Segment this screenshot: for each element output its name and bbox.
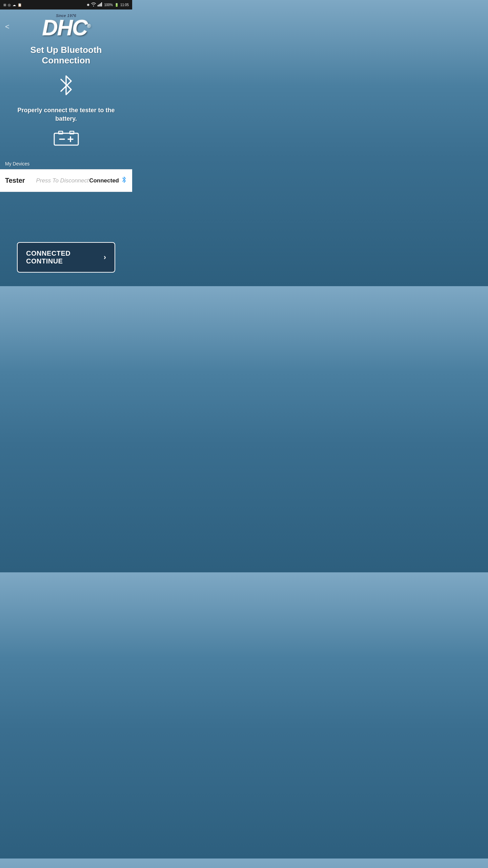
battery-tester-icon — [54, 130, 79, 150]
svg-rect-2 — [100, 3, 101, 6]
battery-icon: 🔋 — [115, 3, 119, 7]
svg-rect-4 — [54, 133, 78, 145]
continue-btn-container: CONNECTED CONTINUE › — [0, 235, 132, 286]
connected-continue-button[interactable]: CONNECTED CONTINUE › — [17, 242, 115, 273]
status-bar: ⊞ ◎ ☁ 📋 ✱ 100% 🔋 11:05 — [0, 0, 132, 9]
continue-btn-text: CONNECTED CONTINUE — [26, 250, 100, 265]
logo-dhc: DHC® — [42, 17, 90, 39]
time-display: 11:05 — [120, 3, 129, 7]
bluetooth-icon-large — [56, 73, 76, 99]
logo-container: Since 1976 DHC® — [42, 14, 90, 39]
cloud-icon: ☁ — [13, 3, 16, 7]
status-right-icons: ✱ 100% 🔋 11:05 — [87, 2, 129, 7]
battery-percent: 100% — [104, 3, 113, 7]
device-action: Press To Disconnect — [36, 177, 89, 184]
screen-icon: ⊞ — [3, 3, 6, 7]
target-icon: ◎ — [8, 3, 11, 7]
instruction-text: Properly connect the tester to the batte… — [0, 106, 132, 123]
device-status-text: Connected — [89, 177, 119, 184]
svg-rect-3 — [101, 2, 102, 6]
continue-arrow-icon: › — [104, 253, 106, 262]
bluetooth-connected-icon — [121, 176, 127, 185]
wifi-icon — [91, 2, 96, 7]
bluetooth-status-icon: ✱ — [87, 3, 89, 7]
logo-registered: ® — [87, 23, 90, 29]
clipboard-icon: 📋 — [18, 3, 22, 7]
device-name: Tester — [5, 177, 36, 184]
main-content: < Since 1976 DHC® Set Up Bluetooth Conne… — [0, 9, 132, 286]
my-devices-label: My Devices — [0, 158, 132, 169]
back-button[interactable]: < — [5, 22, 9, 31]
svg-rect-1 — [99, 4, 100, 7]
svg-rect-6 — [70, 131, 74, 134]
device-status: Connected — [89, 176, 127, 185]
device-row[interactable]: Tester Press To Disconnect Connected — [0, 169, 132, 192]
page-title: Set Up Bluetooth Connection — [0, 45, 132, 66]
signal-icon — [98, 2, 102, 7]
status-left-icons: ⊞ ◎ ☁ 📋 — [3, 3, 22, 7]
svg-rect-5 — [59, 131, 63, 134]
svg-rect-0 — [98, 5, 99, 6]
